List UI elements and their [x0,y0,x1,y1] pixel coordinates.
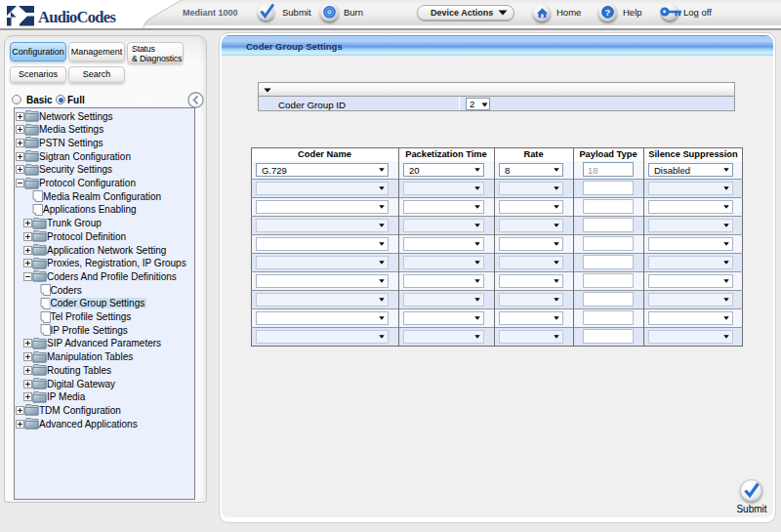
svg-text:AudioCodes: AudioCodes [38,8,116,26]
svg-text:?: ? [605,7,611,18]
